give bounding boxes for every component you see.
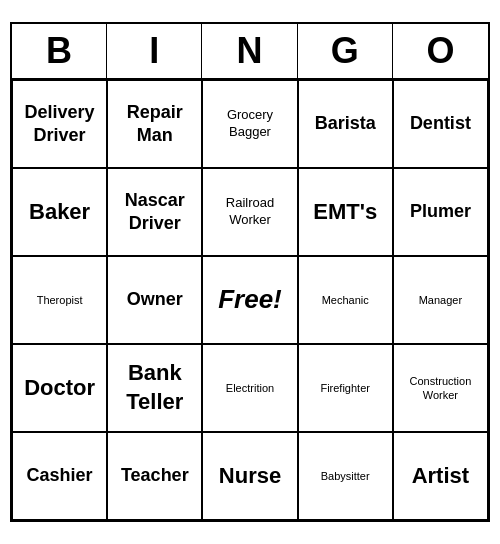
bingo-letter-n: N	[202, 24, 297, 78]
bingo-cell-3: Barista	[298, 80, 393, 168]
bingo-card: BINGO Delivery DriverRepair ManGrocery B…	[10, 22, 490, 522]
bingo-cell-12: Free!	[202, 256, 297, 344]
bingo-letter-i: I	[107, 24, 202, 78]
bingo-letter-b: B	[12, 24, 107, 78]
bingo-cell-23: Babysitter	[298, 432, 393, 520]
bingo-cell-15: Doctor	[12, 344, 107, 432]
bingo-cell-0: Delivery Driver	[12, 80, 107, 168]
bingo-header: BINGO	[12, 24, 488, 80]
bingo-cell-5: Baker	[12, 168, 107, 256]
bingo-cell-18: Firefighter	[298, 344, 393, 432]
bingo-cell-13: Mechanic	[298, 256, 393, 344]
bingo-cell-6: Nascar Driver	[107, 168, 202, 256]
bingo-cell-1: Repair Man	[107, 80, 202, 168]
bingo-cell-8: EMT's	[298, 168, 393, 256]
bingo-cell-7: Railroad Worker	[202, 168, 297, 256]
bingo-letter-o: O	[393, 24, 488, 78]
bingo-letter-g: G	[298, 24, 393, 78]
bingo-cell-2: Grocery Bagger	[202, 80, 297, 168]
bingo-cell-14: Manager	[393, 256, 488, 344]
bingo-cell-11: Owner	[107, 256, 202, 344]
bingo-cell-22: Nurse	[202, 432, 297, 520]
bingo-cell-9: Plumer	[393, 168, 488, 256]
bingo-cell-16: Bank Teller	[107, 344, 202, 432]
bingo-cell-19: Construction Worker	[393, 344, 488, 432]
bingo-cell-4: Dentist	[393, 80, 488, 168]
bingo-cell-17: Electrition	[202, 344, 297, 432]
bingo-cell-21: Teacher	[107, 432, 202, 520]
bingo-cell-24: Artist	[393, 432, 488, 520]
bingo-grid: Delivery DriverRepair ManGrocery BaggerB…	[12, 80, 488, 520]
bingo-cell-20: Cashier	[12, 432, 107, 520]
bingo-cell-10: Theropist	[12, 256, 107, 344]
